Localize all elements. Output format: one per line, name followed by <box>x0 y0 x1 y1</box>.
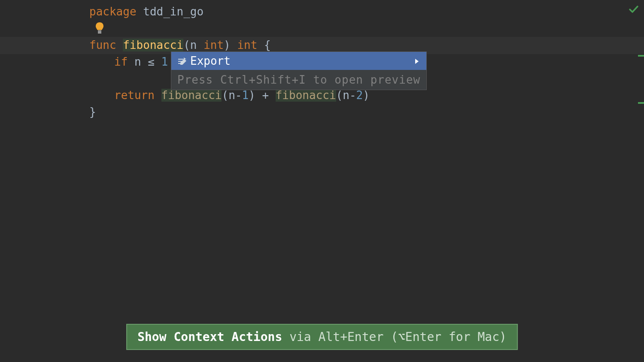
return-type: int <box>237 39 257 51</box>
paren: ( <box>222 89 228 102</box>
code-line: package tdd_in_go <box>89 3 644 20</box>
gutter-marker[interactable] <box>638 55 644 57</box>
type-int: int <box>204 39 224 51</box>
tip-mac-key: ⌥Enter <box>398 330 441 344</box>
keyword-return: return <box>114 89 155 102</box>
var-n: n <box>134 55 141 68</box>
tip-text-1: via Alt+Enter ( <box>282 330 398 344</box>
svg-rect-2 <box>178 59 183 60</box>
operator-minus: - <box>349 89 356 102</box>
function-name: fibonacci <box>123 39 183 51</box>
operator-plus: + <box>262 89 269 102</box>
keyword-func: func <box>89 39 116 51</box>
tip-action-name: Show Context Actions <box>137 330 282 344</box>
paren: ( <box>336 89 343 102</box>
function-call: fibonacci <box>161 89 222 102</box>
intention-popup: Export Press Ctrl+Shift+I to open previe… <box>171 51 427 90</box>
number-literal: 1 <box>161 55 168 68</box>
gutter-marker[interactable] <box>638 102 644 104</box>
var-n: n <box>343 89 349 102</box>
function-call: fibonacci <box>276 89 336 102</box>
brace: } <box>89 106 96 118</box>
code-line <box>89 20 644 37</box>
var-n: n <box>228 89 235 102</box>
lightbulb-icon[interactable] <box>94 21 105 37</box>
package-name: tdd_in_go <box>143 5 204 18</box>
export-icon <box>177 56 187 66</box>
paren: ) <box>224 39 231 51</box>
paren: ( <box>183 39 190 51</box>
inspection-ok-icon[interactable] <box>629 4 639 17</box>
paren: ) <box>363 89 370 102</box>
operator-lte: ≤ <box>148 55 155 68</box>
tip-text-2: for Mac) <box>441 330 507 344</box>
number-literal: 1 <box>242 89 249 102</box>
brace: { <box>264 39 271 51</box>
number-literal: 2 <box>356 89 363 102</box>
operator-minus: - <box>235 89 242 102</box>
submenu-arrow-icon <box>414 54 419 67</box>
code-line: } <box>89 104 644 121</box>
param-name: n <box>190 39 197 51</box>
paren: ) <box>249 89 255 102</box>
svg-rect-0 <box>98 30 101 32</box>
svg-rect-1 <box>98 32 101 33</box>
export-label: Export <box>190 54 231 67</box>
keyword-if: if <box>114 55 128 68</box>
export-menu-item[interactable]: Export <box>171 52 426 70</box>
keyword-package: package <box>89 5 137 18</box>
tip-banner: Show Context Actions via Alt+Enter (⌥Ent… <box>126 324 518 350</box>
popup-hint-text: Press Ctrl+Shift+I to open preview <box>171 70 426 90</box>
